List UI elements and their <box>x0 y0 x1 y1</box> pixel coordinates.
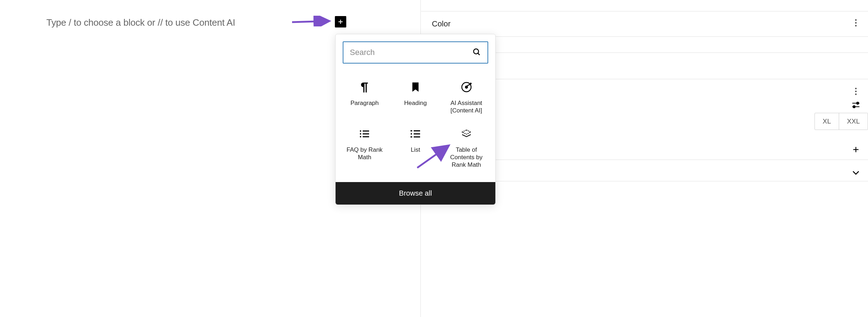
block-label: Heading <box>404 99 427 107</box>
svg-rect-13 <box>363 136 369 137</box>
dots-vertical-icon <box>855 19 857 27</box>
chevron-down-icon <box>852 170 860 175</box>
block-list[interactable]: List <box>390 121 441 175</box>
svg-point-10 <box>360 133 361 135</box>
svg-rect-19 <box>414 136 420 137</box>
dots-vertical-icon <box>855 87 857 95</box>
paragraph-icon <box>358 81 371 94</box>
svg-line-2 <box>292 21 328 22</box>
svg-rect-15 <box>414 130 420 131</box>
svg-point-21 <box>855 19 857 21</box>
color-panel-label: Color <box>432 19 451 28</box>
svg-point-7 <box>470 83 471 85</box>
sliders-icon <box>852 101 860 109</box>
block-label: Paragraph <box>351 99 379 107</box>
svg-rect-11 <box>363 133 369 134</box>
svg-point-16 <box>410 133 412 135</box>
block-toc-rankmath[interactable]: Table of Contents by Rank Math <box>441 121 492 175</box>
block-label: List <box>411 146 420 154</box>
typography-panel-menu[interactable] <box>851 86 861 96</box>
svg-point-30 <box>853 106 855 108</box>
add-block-button[interactable] <box>335 16 346 27</box>
block-label: AI Assistant [Content AI] <box>444 99 489 115</box>
svg-point-26 <box>855 94 857 95</box>
annotation-arrow-to-add <box>290 16 333 26</box>
font-size-pills: XL XXL <box>815 113 868 130</box>
faq-list-icon <box>358 127 371 140</box>
svg-rect-14 <box>410 130 412 131</box>
block-paragraph[interactable]: Paragraph <box>339 74 390 121</box>
block-label: FAQ by Rank Math <box>342 146 387 161</box>
plus-icon <box>337 18 344 25</box>
size-xl[interactable]: XL <box>815 113 839 130</box>
svg-point-23 <box>855 25 857 26</box>
bookmark-icon <box>409 81 422 94</box>
expand-panel-button[interactable] <box>851 168 861 178</box>
size-settings-button[interactable] <box>851 100 861 110</box>
browse-all-button[interactable]: Browse all <box>336 182 495 205</box>
svg-point-8 <box>360 130 361 132</box>
list-icon <box>409 127 422 140</box>
block-grid: Paragraph Heading AI Assistant [Content … <box>336 71 495 182</box>
svg-rect-9 <box>363 130 369 131</box>
svg-point-25 <box>855 91 857 92</box>
svg-rect-18 <box>410 136 412 137</box>
block-faq-rankmath[interactable]: FAQ by Rank Math <box>339 121 390 175</box>
block-search-input[interactable] <box>343 41 488 64</box>
svg-point-28 <box>857 102 859 104</box>
block-heading[interactable]: Heading <box>390 74 441 121</box>
size-xxl[interactable]: XXL <box>839 113 868 130</box>
block-placeholder-text[interactable]: Type / to choose a block or // to use Co… <box>46 17 235 28</box>
svg-point-22 <box>855 22 857 24</box>
block-label: Table of Contents by Rank Math <box>444 146 489 169</box>
svg-point-12 <box>360 136 361 137</box>
block-inserter-popover: Paragraph Heading AI Assistant [Content … <box>335 34 496 205</box>
plus-icon <box>852 146 860 154</box>
ai-icon <box>460 81 473 94</box>
svg-rect-17 <box>414 133 420 134</box>
block-ai-assistant[interactable]: AI Assistant [Content AI] <box>441 74 492 121</box>
color-panel-menu[interactable] <box>851 18 861 28</box>
add-panel-button[interactable] <box>851 145 861 155</box>
layers-icon <box>460 127 473 140</box>
svg-point-24 <box>855 88 857 89</box>
